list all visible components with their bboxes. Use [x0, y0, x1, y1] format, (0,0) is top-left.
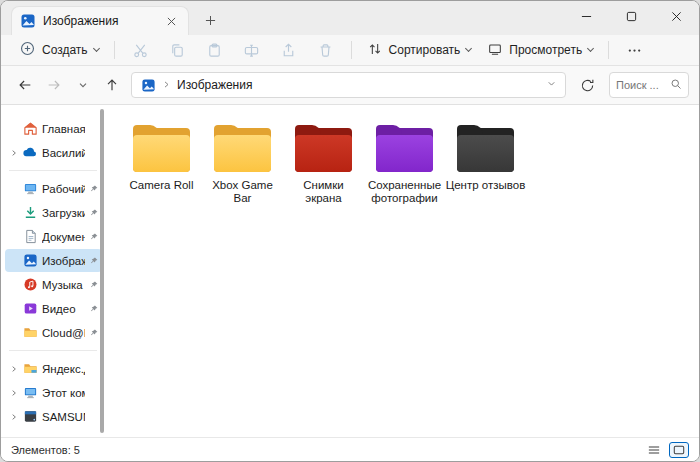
home-icon — [22, 121, 38, 137]
details-view-button[interactable] — [644, 442, 664, 458]
status-bar: Элементов: 5 — [1, 437, 699, 461]
folder-tile-feedback-hub[interactable]: Центр отзывов — [445, 125, 526, 192]
expand-chevron-icon[interactable] — [9, 365, 18, 373]
music-icon — [22, 277, 38, 293]
items-count: Элементов: 5 — [11, 444, 80, 456]
pin-icon — [89, 256, 100, 266]
address-row: Изображения — [1, 66, 699, 105]
view-button-label: Просмотреть — [509, 43, 582, 57]
sidebar-item-downloads[interactable]: Загрузки — [5, 201, 102, 224]
address-bar[interactable]: Изображения — [131, 72, 566, 98]
navigation-pane: Главная Василий — Лич Рабочий ст — [1, 105, 105, 437]
sidebar-item-label: Изображени — [42, 255, 85, 267]
folder-name: Снимки экрана — [284, 179, 364, 205]
folder-tile-xbox-game-bar[interactable]: Xbox Game Bar — [202, 125, 283, 205]
search-box[interactable] — [609, 72, 689, 98]
sidebar-item-label: Главная — [42, 123, 85, 135]
folder-name: Центр отзывов — [446, 179, 526, 192]
sidebar-item-this-pc[interactable]: Этот компьюте — [5, 381, 102, 404]
new-button[interactable]: Создать — [11, 37, 107, 63]
cut-button[interactable] — [122, 37, 159, 63]
sidebar-separator — [9, 350, 97, 351]
folder-name: Сохраненные фотографии — [365, 179, 445, 205]
address-dropdown-chevron-icon[interactable] — [546, 78, 557, 92]
minimize-button[interactable] — [564, 1, 609, 31]
sidebar-separator — [9, 170, 97, 171]
sidebar-item-label: Cloud@Mail. — [42, 327, 85, 339]
back-button[interactable] — [11, 72, 38, 99]
folder-name: Xbox Game Bar — [203, 179, 283, 205]
toolbar-separator — [351, 41, 352, 59]
up-button[interactable] — [98, 72, 125, 99]
sidebar-item-video[interactable]: Видео — [5, 297, 102, 320]
titlebar: Изображения — [1, 1, 699, 35]
window-controls — [564, 1, 699, 35]
sidebar-item-documents[interactable]: Документы — [5, 225, 102, 248]
folder-icon — [457, 125, 514, 172]
folder-view: Camera Roll Xbox Game Bar Снимки экрана — [105, 105, 699, 437]
drive-icon — [22, 409, 38, 425]
large-icons-view-button[interactable] — [669, 442, 689, 458]
pin-icon — [89, 232, 100, 242]
tab-close-icon[interactable] — [162, 12, 180, 30]
close-button[interactable] — [654, 1, 699, 31]
video-icon — [22, 301, 38, 317]
search-icon — [670, 78, 682, 93]
new-button-label: Создать — [42, 43, 88, 57]
sidebar-item-home[interactable]: Главная — [5, 117, 102, 140]
sidebar-scrollbar[interactable] — [100, 109, 104, 433]
maximize-button[interactable] — [609, 1, 654, 31]
folder-tile-screenshots[interactable]: Снимки экрана — [283, 125, 364, 205]
folder-tile-camera-roll[interactable]: Camera Roll — [121, 125, 202, 192]
folder-tile-saved-photos[interactable]: Сохраненные фотографии — [364, 125, 445, 205]
sidebar-item-desktop[interactable]: Рабочий сто — [5, 177, 102, 200]
pin-icon — [89, 208, 100, 218]
sidebar-item-label: Яндекс.Диск — [42, 363, 85, 375]
view-button[interactable]: Просмотреть — [479, 38, 601, 63]
delete-button[interactable] — [307, 37, 344, 63]
refresh-button[interactable] — [574, 72, 601, 99]
scrollbar-thumb[interactable] — [100, 109, 104, 433]
copy-button[interactable] — [159, 37, 196, 63]
more-options-button[interactable] — [616, 37, 653, 63]
pin-icon — [89, 304, 100, 314]
new-tab-button[interactable] — [197, 7, 223, 33]
view-toggles — [644, 442, 689, 458]
sidebar-item-label: Рабочий сто — [42, 183, 85, 195]
tab-title: Изображения — [43, 14, 155, 28]
pictures-icon — [22, 253, 38, 269]
search-input[interactable] — [616, 79, 667, 91]
folder-icon — [295, 125, 352, 172]
sidebar-item-label: Документы — [42, 231, 85, 243]
sidebar-item-onedrive[interactable]: Василий — Лич — [5, 141, 102, 164]
folder-icon — [133, 125, 190, 172]
chevron-down-icon — [465, 45, 472, 52]
sort-button[interactable]: Сортировать — [359, 38, 480, 63]
pin-icon — [89, 280, 100, 290]
pin-icon — [89, 328, 100, 338]
expand-chevron-icon[interactable] — [9, 413, 18, 421]
sidebar-item-label: Загрузки — [42, 207, 85, 219]
folder-icon — [22, 325, 38, 341]
sidebar-item-pictures[interactable]: Изображени — [5, 249, 102, 272]
folder-name: Camera Roll — [130, 179, 194, 192]
sidebar-item-samsung-drive[interactable]: SAMSUNG (F:) — [5, 405, 102, 428]
folder-icon — [376, 125, 433, 172]
forward-button[interactable] — [40, 72, 67, 99]
explorer-tab[interactable]: Изображения — [11, 6, 189, 35]
sidebar-item-yandex-disk[interactable]: Яндекс.Диск — [5, 357, 102, 380]
share-button[interactable] — [270, 37, 307, 63]
breadcrumb-current-folder[interactable]: Изображения — [177, 78, 252, 92]
folder-icon — [214, 125, 271, 172]
sidebar-item-label: Василий — Лич — [42, 147, 85, 159]
chevron-down-icon — [587, 45, 594, 52]
rename-button[interactable] — [233, 37, 270, 63]
sidebar-item-music[interactable]: Музыка — [5, 273, 102, 296]
toolbar-separator — [114, 41, 115, 59]
expand-chevron-icon[interactable] — [9, 149, 18, 157]
recent-locations-chevron-icon[interactable] — [69, 72, 96, 99]
expand-chevron-icon[interactable] — [9, 389, 18, 397]
onedrive-icon — [22, 145, 38, 161]
paste-button[interactable] — [196, 37, 233, 63]
sidebar-item-cloud-mail[interactable]: Cloud@Mail. — [5, 321, 102, 344]
